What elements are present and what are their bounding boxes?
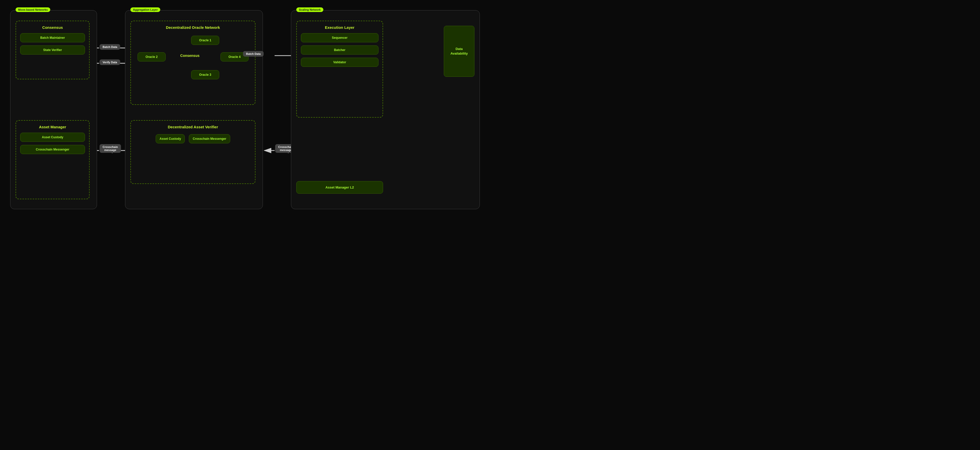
dav-subpanel: Decentralized Asset Verifier Asset Custo… — [130, 120, 256, 184]
oracle3-box: Oracle 3 — [191, 70, 219, 80]
verify-data-label: Verify Data — [100, 59, 120, 65]
batch-maintainer-box: Batch Maintainer — [20, 33, 85, 42]
state-verifier-box: State Verifier — [20, 45, 85, 55]
don-subpanel: Decentralized Oracle Network Oracle 1 Or… — [130, 21, 256, 105]
oracle-grid: Oracle 1 Oracle 2 Consensus Oracle 4 Ora… — [135, 33, 251, 89]
sequencer-box: Sequencer — [301, 33, 379, 42]
crosschain-messenger-box-move: Crosschain Messenger — [20, 145, 85, 154]
validator-box: Validator — [301, 58, 379, 67]
asset-manager-subpanel: Asset Manager Asset Custody Crosschain M… — [16, 120, 89, 199]
data-availability-text: DataAvailability — [450, 47, 468, 56]
diagram-container: Move-based Networks Consensus Batch Main… — [0, 0, 490, 225]
don-title: Decentralized Oracle Network — [135, 25, 251, 30]
consensus-center-label: Consensus — [175, 51, 205, 58]
batch-data-label-1: Batch Data — [100, 44, 120, 50]
scale-network-label: Scaling Network — [296, 7, 323, 12]
oracle1-box: Oracle 1 — [191, 36, 219, 45]
asset-manager-l2-box: Asset Manager L2 — [296, 181, 383, 194]
data-availability-box: DataAvailability — [444, 26, 474, 77]
agg-layer-panel: Aggregation Layer Decentralized Oracle N… — [125, 10, 263, 209]
scale-network-panel: Scaling Network Execution Layer Sequence… — [291, 10, 480, 209]
asset-manager-title: Asset Manager — [20, 125, 85, 129]
exec-layer-title: Execution Layer — [301, 25, 379, 30]
agg-layer-label: Aggregation Layer — [130, 7, 160, 12]
batcher-box: Batcher — [301, 45, 379, 55]
asset-manager-l2-text: Asset Manager L2 — [296, 181, 383, 194]
move-network-label: Move-based Networks — [16, 7, 50, 12]
crosschain-messenger-box-dav: Crosschain Messenger — [189, 134, 230, 143]
consensus-subpanel: Consensus Batch Maintainer State Verifie… — [16, 21, 89, 80]
oracle2-box: Oracle 2 — [138, 52, 165, 62]
dav-title: Decentralized Asset Verifier — [135, 125, 251, 129]
asset-custody-box-dav: Asset Custody — [156, 134, 185, 143]
consensus-title: Consensus — [20, 25, 85, 30]
asset-custody-box-move: Asset Custody — [20, 133, 85, 142]
move-network-panel: Move-based Networks Consensus Batch Main… — [10, 10, 97, 209]
crosschain-msg-label-1: Crosschainmessage — [100, 144, 121, 153]
exec-layer-subpanel: Execution Layer Sequencer Batcher Valida… — [296, 21, 383, 118]
batch-data-label-2: Batch Data — [243, 51, 264, 57]
